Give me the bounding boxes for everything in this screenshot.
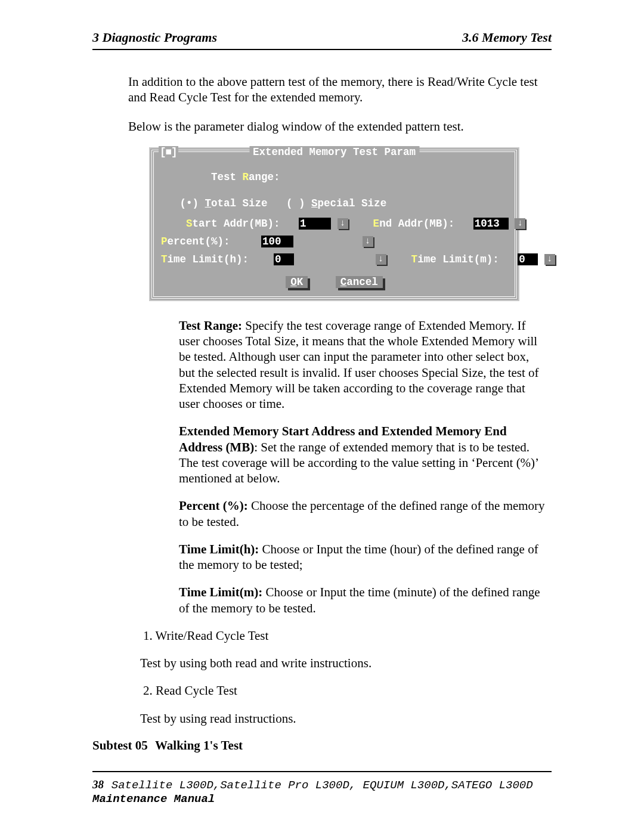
header-left: 3 Diagnostic Programs <box>92 30 217 45</box>
time-limit-m-input[interactable]: 0 <box>518 253 538 265</box>
chevron-down-icon[interactable]: ↓ <box>515 218 525 229</box>
desc-time-limit-h: Time Limit(h): Choose or Input the time … <box>179 541 546 573</box>
header-right: 3.6 Memory Test <box>462 30 552 45</box>
time-limit-m-label: ime Limit(m): <box>417 253 499 265</box>
chevron-down-icon[interactable]: ↓ <box>338 218 348 229</box>
chevron-down-icon[interactable]: ↓ <box>544 254 555 265</box>
list-item-1-text: Test by using both read and write instru… <box>140 655 552 671</box>
desc-percent: Percent (%): Choose the percentage of th… <box>179 498 546 529</box>
time-limit-h-label: ime Limit(h): <box>168 253 249 265</box>
desc-address: Extended Memory Start Address and Extend… <box>179 423 546 486</box>
start-addr-input[interactable]: 1 <box>299 218 331 230</box>
list-item-1: 1. Write/Read Cycle Test <box>143 628 552 643</box>
list-item-2-text: Test by using read instructions. <box>140 711 552 726</box>
end-addr-input[interactable]: 1013 <box>473 218 509 230</box>
dialog-title: Extended Memory Test Param <box>249 146 419 158</box>
footer-rule <box>92 771 552 772</box>
chevron-down-icon[interactable]: ↓ <box>376 254 386 265</box>
page-number: 38 <box>92 778 104 791</box>
intro-para-1: In addition to the above pattern test of… <box>128 74 552 106</box>
test-range-label: Test <box>211 171 243 183</box>
time-limit-h-input[interactable]: 0 <box>274 253 294 265</box>
cancel-button[interactable]: Cancel <box>336 276 383 288</box>
chevron-down-icon[interactable]: ↓ <box>363 236 373 247</box>
desc-time-limit-m: Time Limit(m): Choose or Input the time … <box>179 584 546 616</box>
subtest-heading: Subtest 05Walking 1's Test <box>92 738 552 753</box>
start-addr-label: tart Addr(MB): <box>193 218 280 230</box>
intro-para-2: Below is the parameter dialog window of … <box>128 119 552 134</box>
radio-special-size[interactable]: ( ) <box>286 197 311 209</box>
page-footer: 38 Satellite L300D,Satellite Pro L300D, … <box>92 778 552 806</box>
radio-total-size[interactable]: (•) <box>180 197 205 209</box>
desc-test-range: Test Range: Specify the test coverage ra… <box>179 318 546 412</box>
close-icon[interactable]: [■] <box>159 146 178 158</box>
end-addr-label: nd Addr(MB): <box>379 218 454 230</box>
extended-memory-dialog: [■] Extended Memory Test Param Test Rang… <box>149 147 519 301</box>
ok-button[interactable]: OK <box>286 276 308 288</box>
percent-input[interactable]: 100 <box>261 236 293 247</box>
list-item-2: 2. Read Cycle Test <box>143 683 552 698</box>
header-rule <box>92 49 552 50</box>
hotkey-range: R <box>243 171 249 183</box>
percent-label: ercent(%): <box>168 236 230 247</box>
